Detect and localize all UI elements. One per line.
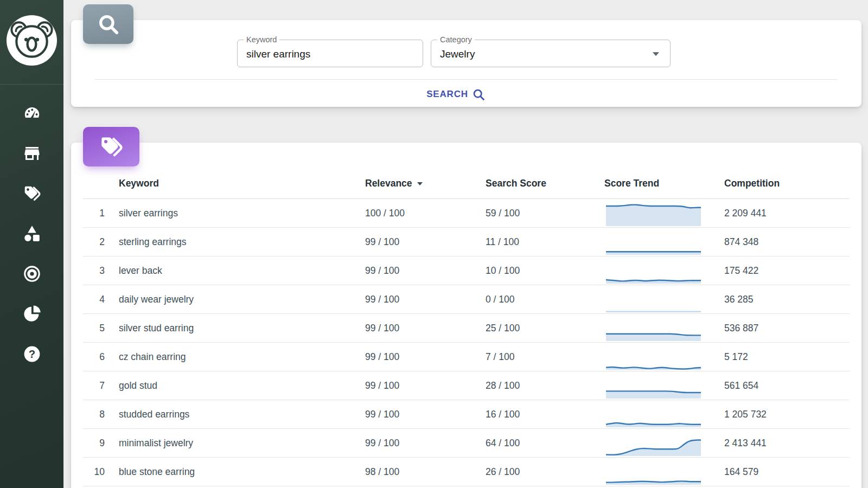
table-row[interactable]: 5 silver stud earring 99 / 100 25 / 100 …: [83, 314, 850, 343]
row-search-score: 26 / 100: [486, 466, 604, 478]
koala-logo-icon: [6, 15, 58, 66]
search-tile: [83, 4, 133, 44]
svg-text:?: ?: [28, 348, 35, 360]
row-keyword: minimalist jewelry: [119, 438, 365, 449]
store-icon: [22, 144, 42, 163]
row-keyword: blue stone earring: [119, 466, 365, 478]
column-header-score-trend[interactable]: Score Trend: [604, 178, 724, 189]
row-rank: 4: [83, 294, 119, 305]
row-rank: 7: [83, 380, 119, 391]
shapes-icon: [22, 224, 42, 243]
row-score-trend: [604, 228, 724, 256]
category-field-label: Category: [437, 35, 475, 44]
table-row[interactable]: 3 lever back 99 / 100 10 / 100 175 422: [83, 256, 850, 285]
table-row[interactable]: 2 sterling earrings 99 / 100 11 / 100 87…: [83, 228, 850, 256]
row-competition: 175 422: [724, 265, 850, 277]
row-search-score: 25 / 100: [486, 323, 604, 334]
table-row[interactable]: 8 studded earrings 99 / 100 16 / 100 1 2…: [83, 400, 850, 429]
score-trend-sparkline: [606, 432, 701, 456]
keyword-field: Keyword: [237, 40, 423, 67]
sidebar-item-target[interactable]: [22, 264, 42, 284]
table-row[interactable]: 4 daily wear jewelry 99 / 100 0 / 100 36…: [83, 285, 850, 314]
tags-icon: [22, 184, 42, 203]
score-trend-sparkline: [606, 317, 701, 341]
help-icon: ?: [22, 344, 42, 364]
row-competition: 561 654: [724, 380, 850, 391]
form-divider: [95, 79, 837, 80]
row-relevance: 99 / 100: [365, 351, 486, 363]
row-rank: 9: [83, 438, 119, 449]
sidebar-nav: ?: [0, 104, 63, 364]
sidebar-item-stats[interactable]: [22, 304, 42, 324]
row-competition: 36 285: [724, 294, 850, 305]
row-score-trend: [604, 458, 724, 486]
score-trend-sparkline: [606, 346, 701, 370]
row-relevance: 99 / 100: [365, 380, 486, 391]
sidebar-item-shop[interactable]: [22, 144, 42, 163]
sidebar-item-categories[interactable]: [22, 224, 42, 243]
category-field[interactable]: Category Jewelry: [431, 40, 671, 67]
score-trend-sparkline: [606, 202, 701, 226]
row-score-trend: [604, 343, 724, 371]
score-trend-sparkline: [606, 403, 701, 427]
row-relevance: 99 / 100: [365, 236, 486, 248]
row-rank: 6: [83, 351, 119, 363]
row-keyword: sterling earrings: [119, 236, 365, 248]
row-score-trend: [604, 199, 724, 227]
table-row[interactable]: 1 silver earrings 100 / 100 59 / 100 2 2…: [83, 199, 850, 228]
sidebar-item-help[interactable]: ?: [22, 344, 42, 364]
row-keyword: silver earrings: [119, 208, 365, 219]
search-button-label: SEARCH: [426, 89, 468, 100]
sidebar-item-dashboard[interactable]: [22, 104, 42, 123]
column-header-relevance[interactable]: Relevance: [365, 178, 486, 189]
row-relevance: 99 / 100: [365, 265, 486, 277]
row-keyword: studded earrings: [119, 409, 365, 420]
search-panel: Keyword Category Jewelry SEARCH: [71, 20, 861, 107]
row-search-score: 64 / 100: [486, 438, 604, 449]
table-row[interactable]: 10 blue stone earring 98 / 100 26 / 100 …: [83, 458, 850, 486]
dropdown-arrow-icon: [653, 52, 659, 56]
row-competition: 536 887: [724, 323, 850, 334]
row-rank: 10: [83, 466, 119, 478]
row-competition: 164 579: [724, 466, 850, 478]
row-score-trend: [604, 314, 724, 342]
row-rank: 1: [83, 208, 119, 219]
koala-logo[interactable]: [6, 15, 58, 66]
table-row[interactable]: 7 gold stud 99 / 100 28 / 100 561 654: [83, 371, 850, 400]
row-search-score: 11 / 100: [486, 236, 604, 248]
row-search-score: 28 / 100: [486, 380, 604, 391]
row-competition: 874 348: [724, 236, 850, 248]
main-content: Keyword Category Jewelry SEARCH: [63, 0, 868, 488]
sidebar: ?: [0, 0, 63, 488]
row-keyword: lever back: [119, 265, 365, 277]
row-relevance: 99 / 100: [365, 294, 486, 305]
table-body: 1 silver earrings 100 / 100 59 / 100 2 2…: [83, 199, 850, 486]
score-trend-sparkline: [606, 231, 701, 255]
keyword-input[interactable]: [238, 40, 423, 67]
row-score-trend: [604, 256, 724, 285]
row-relevance: 99 / 100: [365, 409, 486, 420]
sidebar-item-keywords[interactable]: [22, 184, 42, 203]
row-score-trend: [604, 400, 724, 428]
row-score-trend: [604, 429, 724, 457]
tags-icon: [98, 134, 124, 160]
row-competition: 1 205 732: [724, 409, 850, 420]
row-relevance: 99 / 100: [365, 438, 486, 449]
table-row[interactable]: 9 minimalist jewelry 99 / 100 64 / 100 2…: [83, 429, 850, 458]
search-button[interactable]: SEARCH: [407, 85, 505, 104]
table-header-row: Keyword Relevance Search Score Score Tre…: [83, 168, 850, 199]
column-header-search-score[interactable]: Search Score: [486, 178, 604, 189]
target-icon: [22, 264, 42, 284]
column-header-competition[interactable]: Competition: [724, 178, 850, 189]
row-search-score: 7 / 100: [486, 351, 604, 363]
table-row[interactable]: 6 cz chain earring 99 / 100 7 / 100 5 17…: [83, 343, 850, 371]
keywords-tile: [83, 127, 139, 166]
row-competition: 2 209 441: [724, 208, 850, 219]
search-button-icon: [472, 88, 486, 101]
row-keyword: gold stud: [119, 380, 365, 391]
sidebar-divider: [0, 84, 63, 85]
gauge-icon: [22, 104, 42, 123]
row-relevance: 98 / 100: [365, 466, 486, 478]
row-rank: 3: [83, 265, 119, 277]
column-header-keyword[interactable]: Keyword: [119, 178, 365, 189]
